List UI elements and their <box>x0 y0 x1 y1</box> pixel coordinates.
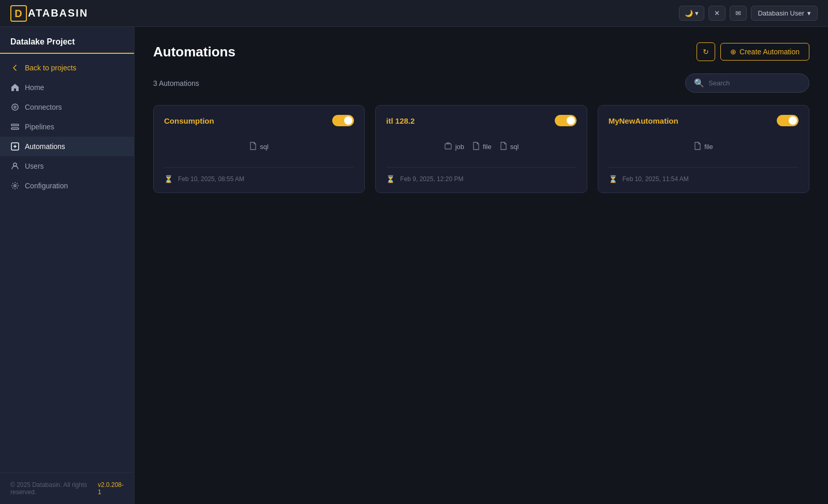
sub-header: 3 Automations 🔍 <box>153 73 809 93</box>
toggle-consumption[interactable] <box>332 115 354 126</box>
toggle-mynew[interactable] <box>777 115 799 126</box>
tag-job-label: job <box>455 143 464 151</box>
topnav-right: 🌙 ▾ ✕ ✉ Databasin User ▾ <box>679 6 818 21</box>
sidebar-home-label: Home <box>25 83 44 92</box>
toggle-itl128[interactable] <box>555 115 576 126</box>
svg-point-1 <box>14 106 16 108</box>
theme-toggle-button[interactable]: 🌙 ▾ <box>679 6 704 21</box>
card-tags-consumption: sql <box>164 137 354 157</box>
card-title-mynew: MyNewAutomation <box>609 116 678 125</box>
sidebar-item-connectors[interactable]: Connectors <box>0 97 134 117</box>
main-layout: Datalake Project Back to projects Home <box>0 27 828 504</box>
mail-icon: ✉ <box>735 9 741 17</box>
theme-chevron: ▾ <box>695 9 699 17</box>
automations-icon <box>10 142 20 151</box>
page-title: Automations <box>153 44 235 60</box>
svg-point-6 <box>14 185 16 187</box>
sidebar-back-label: Back to projects <box>25 64 77 72</box>
file-icon <box>472 142 480 152</box>
settings-button[interactable]: ✕ <box>708 6 726 21</box>
create-automation-button[interactable]: ⊕ Create Automation <box>720 43 809 61</box>
main-content: Automations ↻ ⊕ Create Automation 3 Auto… <box>135 27 828 504</box>
file-icon2 <box>694 142 701 152</box>
tag-file2-label: file <box>704 143 713 151</box>
card-tag-job: job <box>444 142 464 152</box>
mail-button[interactable]: ✉ <box>730 6 747 21</box>
svg-point-5 <box>13 163 17 166</box>
home-icon <box>10 83 20 92</box>
moon-icon: 🌙 <box>685 9 693 17</box>
svg-rect-7 <box>445 144 451 149</box>
logo-d-icon: D <box>10 5 27 22</box>
sidebar-item-back[interactable]: Back to projects <box>0 58 134 78</box>
sidebar-footer: © 2025 Databasin. All rights reserved. v… <box>0 472 134 504</box>
svg-point-0 <box>12 104 18 110</box>
automations-grid: Consumption sql ⏳ <box>153 105 809 193</box>
user-chevron: ▾ <box>807 9 811 17</box>
settings-icon: ✕ <box>714 9 720 17</box>
card-timestamp-consumption: Feb 10, 2025, 08:55 AM <box>178 175 244 183</box>
sidebar: Datalake Project Back to projects Home <box>0 27 135 504</box>
card-tag-file2: file <box>694 142 713 152</box>
tag-file-label: file <box>483 143 492 151</box>
pipelines-icon <box>10 122 20 131</box>
card-footer-itl128: ⏳ Feb 9, 2025, 12:20 PM <box>386 167 576 183</box>
plus-circle-icon: ⊕ <box>730 48 736 56</box>
card-header-itl128: itl 128.2 <box>386 115 576 126</box>
connectors-icon <box>10 102 20 112</box>
card-timestamp-itl128: Feb 9, 2025, 12:20 PM <box>400 175 463 183</box>
sidebar-configuration-label: Configuration <box>25 182 68 190</box>
user-label: Databasin User <box>758 9 804 17</box>
search-input[interactable] <box>708 79 801 87</box>
refresh-icon: ↻ <box>703 48 709 56</box>
hourglass-icon3: ⏳ <box>609 175 617 183</box>
automation-card-mynew[interactable]: MyNewAutomation file <box>598 105 809 193</box>
sidebar-item-home[interactable]: Home <box>0 78 134 97</box>
hourglass-icon: ⏳ <box>164 175 173 183</box>
sidebar-project-title: Datalake Project <box>0 37 134 54</box>
card-tag-sql2: sql <box>500 142 519 152</box>
sidebar-item-automations[interactable]: Automations <box>0 137 134 156</box>
automation-card-consumption[interactable]: Consumption sql ⏳ <box>153 105 365 193</box>
card-tag-sql: sql <box>249 142 269 152</box>
footer-copyright: © 2025 Databasin. All rights reserved. <box>10 481 98 496</box>
card-timestamp-mynew: Feb 10, 2025, 11:54 AM <box>623 175 689 183</box>
search-icon: 🔍 <box>694 78 704 88</box>
users-icon <box>10 161 20 171</box>
sidebar-users-label: Users <box>25 162 44 170</box>
card-footer-mynew: ⏳ Feb 10, 2025, 11:54 AM <box>609 167 799 183</box>
top-navigation: D ATABASIN 🌙 ▾ ✕ ✉ Databasin User ▾ <box>0 0 828 27</box>
user-menu-button[interactable]: Databasin User ▾ <box>751 6 818 21</box>
create-btn-label: Create Automation <box>740 48 800 56</box>
sidebar-item-configuration[interactable]: Configuration <box>0 176 134 196</box>
content-header: Automations ↻ ⊕ Create Automation <box>153 42 809 61</box>
automation-card-itl128[interactable]: itl 128.2 job <box>375 105 587 193</box>
sidebar-item-users[interactable]: Users <box>0 156 134 176</box>
sidebar-automations-label: Automations <box>25 142 65 151</box>
search-box[interactable]: 🔍 <box>685 73 809 93</box>
card-tags-mynew: file <box>609 137 799 157</box>
tag-sql-label: sql <box>260 143 269 151</box>
hourglass-icon2: ⏳ <box>386 175 395 183</box>
sidebar-connectors-label: Connectors <box>25 103 62 111</box>
header-actions: ↻ ⊕ Create Automation <box>697 42 809 61</box>
sidebar-pipelines-label: Pipelines <box>25 123 54 131</box>
tag-sql2-label: sql <box>510 143 519 151</box>
svg-rect-2 <box>11 124 19 126</box>
card-tags-itl128: job file <box>386 137 576 157</box>
card-header-consumption: Consumption <box>164 115 354 126</box>
sql-file-icon <box>249 142 257 152</box>
app-logo: D ATABASIN <box>10 5 88 22</box>
sidebar-nav: Back to projects Home Connectors <box>0 58 134 472</box>
svg-rect-3 <box>11 128 19 129</box>
card-footer-consumption: ⏳ Feb 10, 2025, 08:55 AM <box>164 167 354 183</box>
card-header-mynew: MyNewAutomation <box>609 115 799 126</box>
refresh-button[interactable]: ↻ <box>697 42 715 61</box>
job-icon <box>444 142 452 152</box>
card-title-itl128: itl 128.2 <box>386 116 415 125</box>
card-tag-file: file <box>472 142 492 152</box>
sql-file-icon2 <box>500 142 507 152</box>
configuration-icon <box>10 181 20 190</box>
sidebar-item-pipelines[interactable]: Pipelines <box>0 117 134 137</box>
automations-count: 3 Automations <box>153 79 199 87</box>
